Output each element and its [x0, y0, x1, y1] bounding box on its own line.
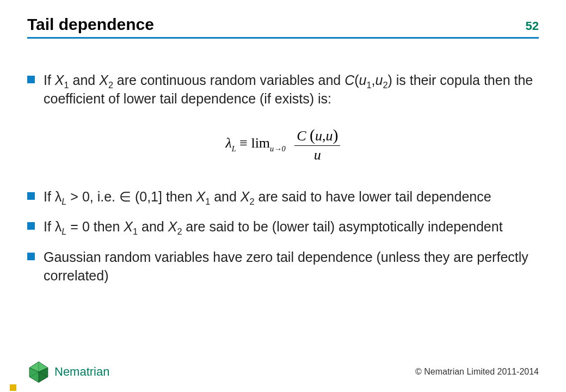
variable-x1: X	[55, 72, 64, 88]
page-number: 52	[526, 19, 539, 33]
subscript-1: 1	[64, 80, 69, 90]
bullet-item: If λL = 0 then X1 and X2 are said to be …	[27, 218, 539, 236]
bullet-icon	[27, 192, 35, 200]
text-fragment: are said to have lower tail dependence	[255, 189, 491, 204]
text-fragment: are said to be (lower tail) asymptotical…	[182, 219, 502, 234]
variable-u: u	[315, 128, 322, 144]
nematrian-logo-icon	[27, 360, 50, 383]
slide: Tail dependence 52 If X1 and X2 are cont…	[0, 0, 566, 392]
paren-open: (	[354, 72, 359, 88]
variable-u2: u	[375, 72, 383, 88]
slide-content: If X1 and X2 are continuous random varia…	[27, 71, 539, 285]
slide-header: Tail dependence 52	[27, 15, 539, 34]
subscript-1: 1	[133, 226, 138, 236]
equiv-symbol: ≡	[236, 135, 251, 151]
text-fragment: = 0 then	[66, 219, 124, 234]
text-fragment: and	[138, 219, 168, 234]
gold-square-icon	[10, 384, 16, 391]
subscript-1: 1	[205, 197, 210, 206]
text-fragment: and	[69, 72, 100, 88]
bullet-text: Gaussian random variables have zero tail…	[44, 248, 539, 285]
bullet-item: If λL > 0, i.e. ∈ (0,1] then X1 and X2 a…	[27, 188, 539, 206]
variable-u1: u	[359, 72, 367, 88]
text-fragment: are continuous random variables and	[113, 72, 344, 88]
paren-close: )	[333, 126, 339, 144]
variable-c: C	[297, 128, 306, 144]
paren-open: (	[310, 126, 315, 144]
text-fragment: > 0, i.e. ∈ (0,1] then	[66, 189, 196, 204]
lambda-symbol: λ	[226, 135, 232, 151]
bullet-icon	[27, 222, 35, 230]
subscript-2: 2	[250, 197, 255, 206]
bullet-icon	[27, 76, 35, 83]
variable-x2: X	[99, 72, 108, 88]
lambda-symbol: λ	[55, 189, 62, 204]
variable-u: u	[326, 128, 333, 144]
slide-title: Tail dependence	[27, 15, 154, 34]
brand-name: Nematrian	[54, 365, 109, 379]
bullet-item: Gaussian random variables have zero tail…	[27, 248, 539, 285]
paren-close: )	[387, 72, 392, 88]
fraction-denominator: u	[294, 146, 340, 163]
bullet-item: If X1 and X2 are continuous random varia…	[27, 71, 539, 108]
text-fragment: and	[210, 189, 241, 204]
text-fragment: If	[44, 189, 55, 204]
variable-x2: X	[168, 219, 177, 234]
subscript-1: 1	[366, 80, 371, 90]
copyright-text: © Nematrian Limited 2011-2014	[415, 367, 539, 377]
lim-subscript: u→0	[270, 144, 286, 152]
text-fragment: If	[44, 219, 55, 234]
fraction-numerator: C (u,u)	[294, 126, 340, 146]
slide-footer: Nematrian © Nematrian Limited 2011-2014	[0, 360, 566, 383]
text-fragment: If	[44, 72, 55, 88]
variable-x2: X	[241, 189, 250, 204]
variable-x1: X	[196, 189, 206, 204]
lim-operator: lim	[251, 135, 270, 151]
lambda-symbol: λ	[55, 219, 62, 234]
subscript-2: 2	[108, 80, 113, 90]
bullet-icon	[27, 253, 35, 260]
bullet-text: If X1 and X2 are continuous random varia…	[44, 71, 539, 108]
formula: λL ≡ limu→0 C (u,u) u	[27, 126, 539, 163]
bullet-text: If λL > 0, i.e. ∈ (0,1] then X1 and X2 a…	[44, 188, 491, 206]
fraction: C (u,u) u	[294, 126, 340, 163]
variable-x1: X	[124, 219, 133, 234]
lambda-subscript: L	[232, 144, 236, 152]
variable-c: C	[344, 72, 354, 88]
footer-left: Nematrian	[27, 360, 109, 383]
title-underline	[27, 37, 539, 39]
bullet-text: If λL = 0 then X1 and X2 are said to be …	[44, 218, 503, 236]
